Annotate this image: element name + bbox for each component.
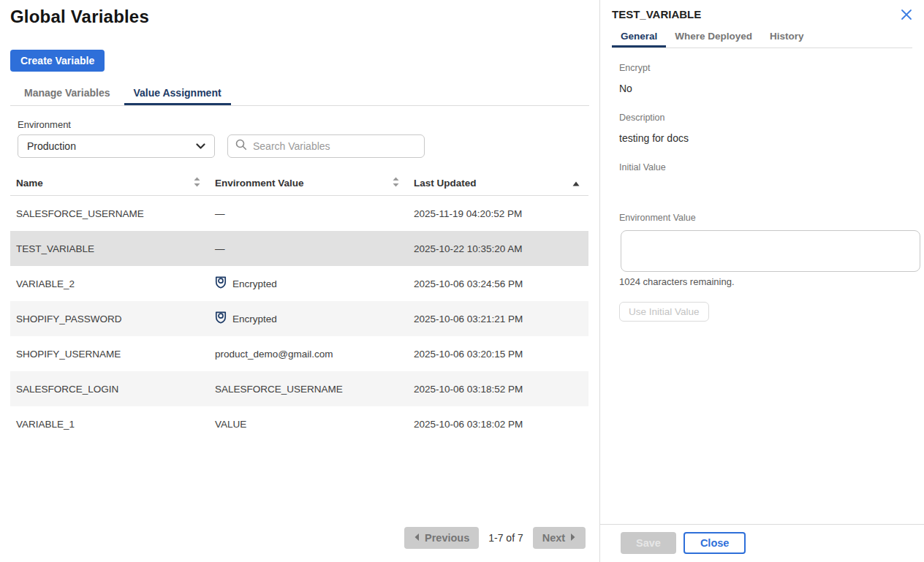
variable-detail-panel: TEST_VARIABLE General Where Deployed His… <box>599 0 924 562</box>
environment-value-textarea[interactable] <box>621 230 920 272</box>
chevron-down-icon <box>196 140 205 152</box>
use-initial-value-button[interactable]: Use Initial Value <box>619 302 709 322</box>
next-page-button[interactable]: Next <box>533 527 586 549</box>
column-header-name[interactable]: Name <box>10 177 209 189</box>
search-variables-input[interactable] <box>253 140 417 152</box>
search-icon <box>235 139 247 153</box>
characters-remaining-text: 1024 characters remaining. <box>619 276 912 287</box>
panel-footer: Save Close <box>600 524 924 562</box>
column-header-last-updated[interactable]: Last Updated <box>408 178 588 189</box>
pagination: Previous 1-7 of 7 Next <box>404 527 586 549</box>
filter-controls: Production <box>18 134 599 158</box>
variables-table: Name Environment Value Last Updated <box>10 171 588 441</box>
arrow-right-icon <box>570 532 576 544</box>
encrypt-value: No <box>619 83 912 94</box>
encrypt-label: Encrypt <box>619 63 912 73</box>
tab-where-deployed[interactable]: Where Deployed <box>666 26 761 48</box>
table-row[interactable]: SALESFORCE_LOGIN SALESFORCE_USERNAME 202… <box>10 371 588 406</box>
table-row[interactable]: SALESFORCE_USERNAME — 2025-11-19 04:20:5… <box>10 196 588 231</box>
panel-tabbar: General Where Deployed History <box>612 26 912 48</box>
search-variables-box <box>227 134 425 158</box>
encrypted-shield-icon <box>215 276 227 291</box>
sort-both-icon[interactable] <box>393 177 399 189</box>
column-header-environment-value[interactable]: Environment Value <box>209 177 408 189</box>
global-variables-page: Global Variables Create Variable Manage … <box>0 0 599 562</box>
environment-select-value: Production <box>27 140 76 152</box>
sort-both-icon[interactable] <box>194 177 200 189</box>
close-button[interactable]: Close <box>683 532 746 554</box>
page-title: Global Variables <box>10 7 599 27</box>
close-icon[interactable] <box>901 9 912 20</box>
table-header-row: Name Environment Value Last Updated <box>10 171 588 196</box>
tab-manage-variables[interactable]: Manage Variables <box>15 84 120 105</box>
variables-tabbar: Manage Variables Value Assignment <box>10 84 589 106</box>
description-label: Description <box>619 113 912 123</box>
table-row[interactable]: SHOPIFY_USERNAME product_demo@gmail.com … <box>10 336 588 371</box>
panel-body: Encrypt No Description testing for docs … <box>600 48 924 322</box>
initial-value-label: Initial Value <box>619 162 912 172</box>
table-row[interactable]: VARIABLE_2 Encrypted 2025-10-06 03:24:56… <box>10 266 588 301</box>
tab-general[interactable]: General <box>612 26 666 48</box>
pagination-range: 1-7 of 7 <box>488 532 523 544</box>
tab-value-assignment[interactable]: Value Assignment <box>124 84 231 105</box>
encrypted-shield-icon <box>215 311 227 326</box>
previous-page-button[interactable]: Previous <box>404 527 479 549</box>
table-row[interactable]: VARIABLE_1 VALUE 2025-10-06 03:18:02 PM <box>10 406 588 441</box>
description-value: testing for docs <box>619 132 912 144</box>
arrow-left-icon <box>414 532 420 544</box>
table-row-selected[interactable]: TEST_VARIABLE — 2025-10-22 10:35:20 AM <box>10 231 588 266</box>
panel-header: TEST_VARIABLE <box>600 0 924 20</box>
save-button[interactable]: Save <box>621 532 676 554</box>
sort-ascending-icon[interactable] <box>572 178 580 189</box>
environment-value-label: Environment Value <box>619 213 912 223</box>
panel-title: TEST_VARIABLE <box>612 8 701 20</box>
environment-label: Environment <box>18 119 599 130</box>
environment-select[interactable]: Production <box>18 134 215 158</box>
tab-history[interactable]: History <box>761 26 813 48</box>
table-row[interactable]: SHOPIFY_PASSWORD Encrypted 2025-10-06 03… <box>10 301 588 336</box>
create-variable-button[interactable]: Create Variable <box>10 50 105 72</box>
